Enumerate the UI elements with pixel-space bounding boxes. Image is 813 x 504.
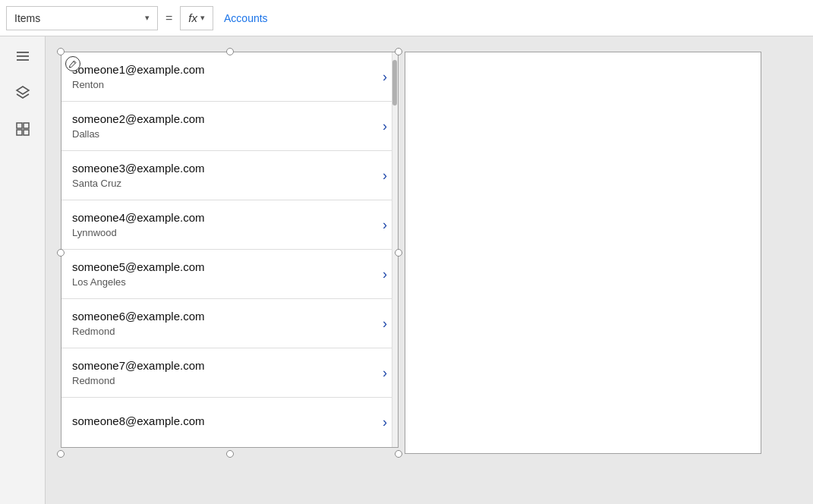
svg-rect-6 <box>17 130 22 135</box>
toolbar: Items ▾ = fx ▾ Accounts <box>0 0 813 36</box>
canvas-area: someone1@example.comRenton›someone2@exam… <box>61 52 761 454</box>
dropdown-arrow-icon: ▾ <box>145 13 150 23</box>
list-item-city: Redmond <box>72 375 204 386</box>
scrollbar-thumb[interactable] <box>392 60 397 106</box>
layers-icon[interactable] <box>12 82 33 103</box>
svg-rect-5 <box>24 123 29 128</box>
main-content: someone1@example.comRenton›someone2@exam… <box>46 36 813 504</box>
list-item-email: someone5@example.com <box>72 260 204 273</box>
right-panel <box>405 52 761 454</box>
list-item-email: someone4@example.com <box>72 211 204 224</box>
list-item[interactable]: someone3@example.comSanta Cruz› <box>61 151 398 200</box>
list-item-chevron-icon: › <box>383 217 387 233</box>
svg-rect-7 <box>24 130 29 135</box>
list-item[interactable]: someone7@example.comRedmond› <box>61 348 398 398</box>
list-item-chevron-icon: › <box>383 118 387 134</box>
fx-label: fx <box>188 11 197 24</box>
list-item-email: someone6@example.com <box>72 310 204 323</box>
grid-icon[interactable] <box>12 118 33 140</box>
list-item-chevron-icon: › <box>383 414 387 430</box>
list-item-email: someone7@example.com <box>72 359 204 372</box>
fx-arrow-icon: ▾ <box>200 13 205 23</box>
formula-bar-content: Accounts <box>218 12 268 24</box>
list-item[interactable]: someone5@example.comLos Angeles› <box>61 250 398 299</box>
handle-top-right[interactable] <box>395 48 402 55</box>
items-dropdown-label: Items <box>14 12 40 24</box>
list-item-city: Los Angeles <box>72 276 204 288</box>
list-item-email: someone2@example.com <box>72 112 204 125</box>
list-item-chevron-icon: › <box>383 316 387 332</box>
list-item-city: Lynnwood <box>72 227 204 238</box>
list-item-city: Santa Cruz <box>72 178 204 189</box>
list-item[interactable]: someone1@example.comRenton› <box>61 52 398 102</box>
sidebar <box>0 36 46 504</box>
handle-top-center[interactable] <box>226 48 234 55</box>
list-item-city: Redmond <box>72 326 204 337</box>
list-container: someone1@example.comRenton›someone2@exam… <box>61 52 399 448</box>
handle-top-left[interactable] <box>57 48 65 55</box>
list-item[interactable]: someone8@example.com› <box>61 398 398 447</box>
svg-marker-3 <box>17 87 29 94</box>
list-widget: someone1@example.comRenton›someone2@exam… <box>61 52 399 454</box>
list-item[interactable]: someone6@example.comRedmond› <box>61 299 398 348</box>
equals-sign: = <box>162 11 175 25</box>
handle-bot-right[interactable] <box>395 450 402 458</box>
handle-mid-right[interactable] <box>395 249 402 257</box>
svg-rect-4 <box>17 123 22 128</box>
list-item-chevron-icon: › <box>383 168 387 184</box>
items-dropdown[interactable]: Items ▾ <box>6 6 158 30</box>
list-item[interactable]: someone2@example.comDallas› <box>61 102 398 151</box>
list-item-city: Renton <box>72 79 204 90</box>
list-item-email: someone3@example.com <box>72 162 204 175</box>
fx-button[interactable]: fx ▾ <box>180 6 213 30</box>
handle-bot-center[interactable] <box>226 450 234 458</box>
list-item-chevron-icon: › <box>383 365 387 381</box>
hamburger-menu-icon[interactable] <box>12 46 33 67</box>
handle-bot-left[interactable] <box>57 450 65 458</box>
list-item-chevron-icon: › <box>383 69 387 85</box>
list-item-chevron-icon: › <box>383 266 387 282</box>
handle-mid-left[interactable] <box>57 249 65 257</box>
edit-icon[interactable] <box>65 56 80 71</box>
list-item[interactable]: someone4@example.comLynnwood› <box>61 200 398 250</box>
list-item-email: someone8@example.com <box>72 414 204 427</box>
list-item-city: Dallas <box>72 128 204 140</box>
list-item-email: someone1@example.com <box>72 63 204 76</box>
